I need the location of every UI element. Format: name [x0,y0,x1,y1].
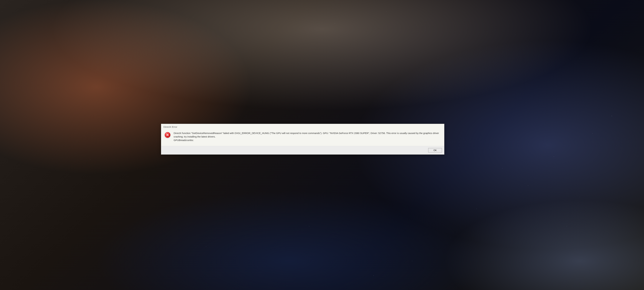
dialog-title: DirectX Error [161,124,444,130]
dialog-button-row: OK [161,146,444,154]
error-dialog: DirectX Error DirectX function "GetDevic… [161,124,444,154]
ok-button[interactable]: OK [428,148,442,152]
dialog-body: DirectX function "GetDeviceRemovedReason… [161,130,444,146]
error-message: DirectX function "GetDeviceRemovedReason… [174,132,441,142]
error-x-icon [164,132,171,138]
desktop-background: { "dialog": { "title": "DirectX Error", … [0,0,644,290]
error-icon [164,132,171,138]
